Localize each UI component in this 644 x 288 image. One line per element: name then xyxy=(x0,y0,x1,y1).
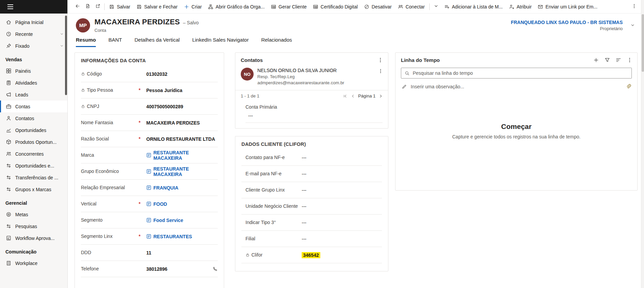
field-label-text: Relação Empresarial xyxy=(81,184,125,191)
account-field-vertical[interactable]: Vertical*FOOD xyxy=(81,196,218,212)
account-field-cnpj[interactable]: CNPJ40075005000289 xyxy=(81,98,218,115)
account-field-segmento-linx[interactable]: Segmento Linx*RESTAURANTES xyxy=(81,228,218,245)
lookup-link[interactable]: FRANQUIA xyxy=(153,185,178,191)
conectar-dropdown-button[interactable] xyxy=(431,2,441,12)
clifor-field-e-mail-para-nf-e[interactable]: E-mail para NF-e--- xyxy=(241,166,382,182)
sidebar-item-grupos-x-marcas[interactable]: Grupos x Marcas xyxy=(0,183,67,195)
header-collapse-chevron[interactable] xyxy=(630,23,635,28)
sidebar-item-contas[interactable]: Contas xyxy=(0,101,67,112)
clifor-field-unidade-negocio-cliente[interactable]: Unidade Negócio Cliente--- xyxy=(241,198,382,215)
timeline-more-icon[interactable] xyxy=(627,57,632,63)
clifor-field-indicar-tipo-3[interactable]: Indicar Tipo 3°--- xyxy=(241,215,382,231)
sidebar-item-label: Oportunidades e... xyxy=(15,163,54,169)
desativar-button[interactable]: Desativar xyxy=(361,2,395,12)
clifor-field-cliente-grupo-linx[interactable]: Cliente Grupo Linx--- xyxy=(241,182,382,198)
salvar-e-fechar-button[interactable]: Salvar e Fechar xyxy=(133,2,181,12)
contacts-pagination: 1 - 1 de 1 Página 1 xyxy=(235,90,388,102)
account-field-razao-social[interactable]: Razão Social*ORNILO RESTAURANTE LTDA xyxy=(81,131,218,147)
sidebar-item-concorrentes[interactable]: Concorrentes xyxy=(0,148,67,160)
command-items: SalvarSalvar e FecharCriarAbrir Gráfico … xyxy=(106,2,600,12)
account-field-codigo[interactable]: Código01302032 xyxy=(81,66,218,82)
chevron-down-icon[interactable] xyxy=(60,44,64,48)
lookup-link[interactable]: RESTAURANTE MACAXEIRA xyxy=(153,150,218,161)
search-icon xyxy=(405,71,410,76)
certificado-digital-button[interactable]: Certificado Digital xyxy=(310,2,361,12)
contacts-more-icon[interactable] xyxy=(378,57,383,63)
lookup-link[interactable]: FOOD xyxy=(153,201,167,207)
atribuir-button[interactable]: Atribuir xyxy=(506,2,535,12)
sidebar-item-label: Workplace xyxy=(15,261,38,266)
window-scrollbar-thumb[interactable] xyxy=(642,14,644,72)
tab-relacionados[interactable]: Relacionados xyxy=(261,37,292,47)
tab-linkedin-sales-navigator[interactable]: LinkedIn Sales Navigator xyxy=(192,37,249,47)
sidebar-item-workflow-aprova[interactable]: Workflow Aprova... xyxy=(0,232,67,244)
salvar-button[interactable]: Salvar xyxy=(106,2,133,12)
next-page-icon[interactable] xyxy=(379,94,383,98)
sidebar-item-oportunidades-e[interactable]: Oportunidades e... xyxy=(0,160,67,172)
sidebar-item-paineis[interactable]: Painéis xyxy=(0,65,67,77)
form-button[interactable] xyxy=(83,2,93,12)
account-field-ddd[interactable]: DDD11 xyxy=(81,245,218,261)
tab-bant[interactable]: BANT xyxy=(108,37,122,47)
lookup-link[interactable]: RESTAURANTE MACAXEIRA xyxy=(153,166,218,177)
owner-block[interactable]: FRANQUEADO LINX SAO PAULO - BR SISTEMAS … xyxy=(511,20,623,31)
account-field-nome-fantasia[interactable]: Nome Fantasia*MACAXEIRA PERDIZES xyxy=(81,115,218,131)
tab-resumo[interactable]: Resumo xyxy=(76,37,96,47)
tab-detalhes-da-vertical[interactable]: Detalhes da Vertical xyxy=(134,37,179,47)
sidebar-item-atividades[interactable]: Atividades xyxy=(0,77,67,89)
sidebar-item-recente[interactable]: Recente xyxy=(0,28,67,40)
sidebar-item-produtos-oportun[interactable]: Produtos Oportun... xyxy=(0,136,67,148)
sidebar-scrollbar[interactable] xyxy=(65,16,67,95)
contact-list-item[interactable]: NO NELSON ORNILO DA SILVA JUNIOR Resp. T… xyxy=(235,66,388,90)
sidebar-item-workplace[interactable]: Workplace xyxy=(0,257,67,269)
clifor-field-clifor[interactable]: Clifor346542 xyxy=(241,247,382,263)
timeline-search-input[interactable] xyxy=(413,70,628,76)
sidebar-item-leads[interactable]: Leads xyxy=(0,89,67,101)
sidebar-item-oportunidades[interactable]: Oportunidades xyxy=(0,124,67,136)
timeline-search[interactable] xyxy=(401,68,632,79)
contact-name[interactable]: NELSON ORNILO DA SILVA JUNIOR xyxy=(257,68,344,73)
sidebar-item-fixado[interactable]: Fixado xyxy=(0,40,67,52)
account-field-tipo-pessoa[interactable]: Tipo Pessoa*Pessoa Jurídica xyxy=(81,82,218,98)
abrir-grafico-da-orga-button[interactable]: Abrir Gráfico da Orga... xyxy=(205,2,268,12)
enviar-um-link-por-em-button[interactable]: Enviar um Link por Em... xyxy=(535,2,600,12)
paperclip-icon[interactable] xyxy=(625,84,631,89)
first-page-icon[interactable] xyxy=(343,94,347,98)
lookup-link[interactable]: RESTAURANTES xyxy=(153,234,192,239)
expand-records-icon[interactable] xyxy=(616,57,621,63)
more-commands-button[interactable] xyxy=(629,2,639,12)
sidebar-item-pagina-inicial[interactable]: Página Inicial xyxy=(0,16,67,28)
adicionar-a-lista-de-m-button[interactable]: Adicionar à Lista de M... xyxy=(441,2,506,12)
sidebar-item-pesquisas[interactable]: Pesquisas xyxy=(0,220,67,232)
sidebar-item-transferencias-de[interactable]: Transferências de ... xyxy=(0,172,67,183)
owner-link[interactable]: FRANQUEADO LINX SAO PAULO - BR SISTEMAS xyxy=(511,20,623,25)
field-conta-primaria[interactable]: Conta Primária --- xyxy=(245,102,383,123)
account-field-grupo-economico[interactable]: Grupo EconômicoRESTAURANTE MACAXEIRA xyxy=(81,163,218,180)
field-value: 40075005000289 xyxy=(146,104,218,109)
add-record-icon[interactable] xyxy=(593,57,599,63)
sidebar-item-metas[interactable]: Metas xyxy=(0,208,67,220)
clifor-field-contato-para-nf-e[interactable]: Contato para NF-e--- xyxy=(241,150,382,166)
conectar-button[interactable]: Conectar xyxy=(395,2,428,12)
account-field-segmento[interactable]: SegmentoFood Service xyxy=(81,212,218,228)
account-field-relacao-empresarial[interactable]: Relação EmpresarialFRANQUIA xyxy=(81,180,218,196)
lookup-link[interactable]: Food Service xyxy=(153,218,183,223)
field-label: Clifor xyxy=(245,252,302,258)
criar-button[interactable]: Criar xyxy=(181,2,205,12)
contact-email[interactable]: admperdizes@macaxeirarestaurante.com.br xyxy=(257,80,344,85)
contact-more-icon[interactable] xyxy=(378,68,383,85)
previous-page-icon[interactable] xyxy=(350,94,355,98)
chevron-down-icon[interactable] xyxy=(60,32,64,36)
timeline-note-row[interactable]: Inserir uma observação... xyxy=(401,81,632,93)
gerar-cliente-button[interactable]: Gerar Cliente xyxy=(268,2,310,12)
popout-button[interactable] xyxy=(93,2,103,12)
clifor-field-filial[interactable]: Filial--- xyxy=(241,231,382,247)
window-scrollbar[interactable] xyxy=(641,0,644,288)
menu-icon[interactable] xyxy=(7,4,13,9)
filter-icon[interactable] xyxy=(604,57,610,63)
phone-icon[interactable] xyxy=(212,266,218,272)
sidebar-item-contatos[interactable]: Contatos xyxy=(0,112,67,124)
account-field-marca[interactable]: MarcaRESTAURANTE MACAXEIRA xyxy=(81,147,218,163)
back-button[interactable] xyxy=(72,2,83,12)
account-field-telefone[interactable]: Telefone38012896 xyxy=(81,261,218,277)
